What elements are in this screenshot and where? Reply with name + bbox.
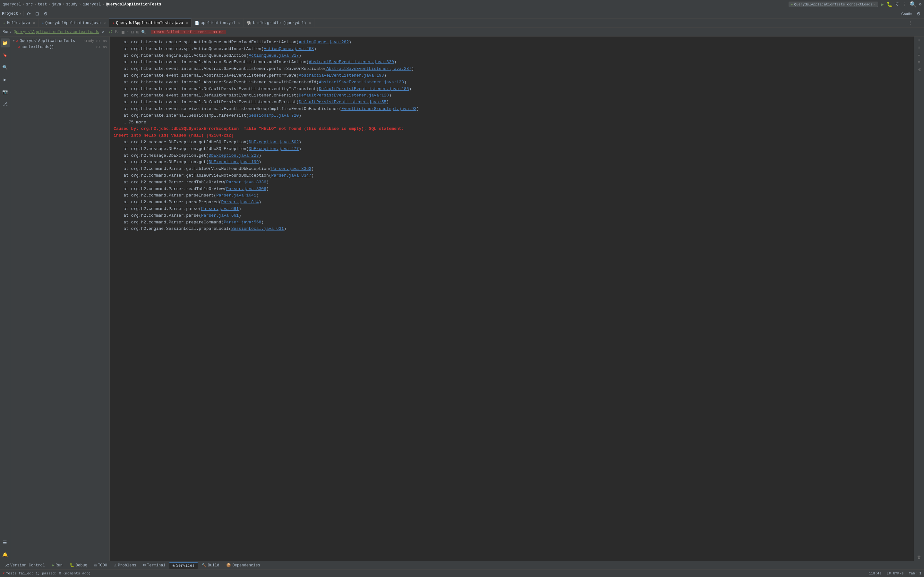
- notifications-icon[interactable]: 🔔: [1, 550, 10, 559]
- bottom-tab-services[interactable]: ◉ Services: [170, 562, 198, 569]
- test-suite-item[interactable]: ▼ ✗ QuerydslApplicationTests study 84 ms: [10, 38, 110, 44]
- stack-link[interactable]: Parser.java:8306: [226, 187, 266, 191]
- tab-querydsltest[interactable]: ✗ QuerydslApplicationTests.java ✕: [109, 19, 192, 27]
- run-config-link[interactable]: QuerydslApplicationTests.contextLoads: [14, 30, 99, 34]
- tab-close-app[interactable]: ✕: [103, 21, 105, 25]
- gradle-button[interactable]: Gradle: [899, 10, 914, 17]
- rerun-button[interactable]: ↺: [108, 28, 113, 35]
- stack-link[interactable]: DefaultPersistEventListener.java:185: [319, 87, 409, 91]
- collapse-button[interactable]: ⊟: [34, 10, 41, 17]
- run-config-icon: ▶: [791, 2, 793, 6]
- tab-close-test[interactable]: ✕: [186, 21, 188, 25]
- stack-link[interactable]: EventListenerGroupImpl.java:93: [341, 106, 417, 111]
- tab-close-hello[interactable]: ✕: [33, 21, 35, 25]
- sync-button[interactable]: ⟳: [25, 10, 32, 17]
- breadcrumb-item[interactable]: study: [66, 2, 78, 7]
- tab-more-icon[interactable]: ⋮: [908, 20, 913, 26]
- rerun-failed-button[interactable]: ↻: [114, 28, 120, 35]
- settings-toolbar-button[interactable]: ⚙: [42, 10, 49, 17]
- todo-tab-label: TODO: [98, 563, 107, 568]
- tab-close-yml[interactable]: ✕: [238, 21, 240, 25]
- breadcrumb-item[interactable]: java: [52, 2, 61, 7]
- stack-link[interactable]: SessionImpl.java:720: [249, 113, 299, 118]
- run-bar-close[interactable]: ✕: [102, 29, 104, 34]
- stack-link[interactable]: Parser.java:8363: [271, 166, 312, 171]
- stack-link[interactable]: ActionQueue.java:263: [264, 47, 314, 51]
- debug-button[interactable]: 🐛: [887, 1, 893, 8]
- bottom-tab-version-control[interactable]: ⎇ Version Control: [1, 562, 48, 569]
- sort-button[interactable]: ↕: [126, 29, 129, 35]
- stack-link[interactable]: Parser.java:568: [224, 220, 261, 225]
- run-sidebar-icon[interactable]: ▶: [1, 75, 10, 84]
- bottom-tab-run[interactable]: ▶ Run: [49, 562, 66, 569]
- stack-link[interactable]: ActionQueue.java:317: [249, 53, 299, 58]
- tab-gradle[interactable]: 🐘 build.gradle (querydsl) ✕: [244, 19, 315, 27]
- bottom-tab-terminal[interactable]: ⊡ Terminal: [140, 562, 169, 569]
- encoding-indicator[interactable]: LF UTF-8: [887, 572, 904, 575]
- bookmarks-icon[interactable]: 🔖: [1, 51, 10, 60]
- scroll-bottom-icon[interactable]: ⇓: [918, 45, 920, 50]
- project-dropdown-icon[interactable]: ▾: [19, 12, 21, 16]
- stack-link[interactable]: SessionLocal.java:631: [231, 226, 284, 231]
- stack-link[interactable]: DbException.java:223: [208, 153, 258, 158]
- print-icon[interactable]: 🖨: [917, 67, 921, 72]
- stack-link[interactable]: AbstractSaveEventListener.java:123: [319, 80, 404, 85]
- breadcrumb-item[interactable]: querydsl: [82, 2, 101, 7]
- dependencies-tab-icon: 📦: [226, 563, 231, 568]
- expand-button[interactable]: ⊞: [136, 29, 140, 35]
- tab-label: QuerydslApplication.java: [45, 21, 101, 25]
- stack-link[interactable]: Parser.java:8336: [226, 180, 266, 185]
- delete-icon[interactable]: 🗑: [917, 555, 921, 560]
- bottom-tab-problems[interactable]: ⚠ Problems: [111, 562, 140, 569]
- bottom-tab-todo[interactable]: ☑ TODO: [91, 562, 110, 569]
- stack-link[interactable]: Parser.java:814: [221, 200, 258, 205]
- stack-link[interactable]: Parser.java:691: [201, 206, 239, 211]
- camera-icon[interactable]: 📷: [1, 87, 10, 96]
- position-indicator[interactable]: 119:48: [869, 572, 882, 575]
- bottom-tab-debug[interactable]: 🐛 Debug: [66, 562, 90, 569]
- tab-hello[interactable]: ☕ Hello.java ✕: [0, 19, 39, 27]
- test-method-item[interactable]: ✗ contextLoads() 84 ms: [10, 44, 110, 50]
- settings-icon[interactable]: ⚙: [919, 2, 921, 7]
- tab-querydslapp[interactable]: ☕ QuerydslApplication.java ✕: [39, 19, 109, 27]
- tab-close-gradle[interactable]: ✕: [309, 21, 311, 25]
- terminal-tab-label: Terminal: [147, 563, 166, 568]
- scroll-top-icon[interactable]: ⇑: [918, 38, 920, 43]
- stack-link[interactable]: Parser.java:8347: [271, 173, 312, 178]
- search-icon[interactable]: 🔍: [1, 63, 10, 72]
- stack-link[interactable]: Parser.java:1641: [216, 193, 256, 198]
- stack-link[interactable]: DefaultPersistEventListener.java:55: [299, 100, 386, 105]
- stack-link[interactable]: DbException.java:477: [249, 147, 299, 151]
- stack-link[interactable]: AbstractSaveEventListener.java:287: [326, 66, 411, 71]
- run-config[interactable]: ▶ QuerydslApplicationTests.contextLoads …: [788, 2, 879, 7]
- stack-link[interactable]: DbException.java:502: [249, 140, 299, 145]
- tab-appyml[interactable]: 📄 application.yml ✕: [192, 19, 244, 27]
- search-everywhere-icon[interactable]: 🔍: [909, 1, 917, 8]
- run-button[interactable]: ▶: [881, 1, 884, 8]
- coverage-button[interactable]: 🛡: [895, 2, 900, 7]
- stack-link[interactable]: ActionQueue.java:282: [299, 40, 349, 45]
- collapse-all-icon[interactable]: ⊟: [918, 53, 920, 57]
- breadcrumb-item[interactable]: test: [38, 2, 47, 7]
- toolbar-settings2[interactable]: ⚙: [915, 10, 922, 17]
- bottom-tab-build[interactable]: 🔨 Build: [198, 562, 222, 569]
- git-sidebar-icon[interactable]: ⎇: [1, 99, 10, 108]
- search-test-button[interactable]: 🔍: [141, 29, 147, 35]
- bottom-tab-dependencies[interactable]: 📦 Dependencies: [223, 562, 263, 569]
- suite-name: QuerydslApplicationTests: [19, 39, 75, 43]
- stack-link[interactable]: DbException.java:199: [208, 160, 258, 164]
- stack-link[interactable]: Parser.java:661: [201, 213, 239, 218]
- project-tree-icon[interactable]: 📁: [1, 39, 10, 47]
- filter-button[interactable]: ⊟: [130, 29, 135, 35]
- stack-link[interactable]: DefaultPersistEventListener.java:128: [299, 93, 389, 98]
- indent-indicator[interactable]: Tab: 1: [909, 572, 921, 575]
- expand-all-icon[interactable]: ⊞: [918, 60, 920, 65]
- stop-button[interactable]: ⏹: [120, 29, 126, 35]
- run-config-arrow: ▾: [874, 2, 876, 6]
- more-button[interactable]: ⋮: [903, 2, 907, 7]
- stack-link[interactable]: AbstractSaveEventListener.java:193: [299, 73, 384, 78]
- structure-icon[interactable]: ☰: [1, 538, 10, 547]
- stack-link[interactable]: AbstractSaveEventListener.java:330: [309, 60, 394, 64]
- breadcrumb-item[interactable]: src: [26, 2, 33, 7]
- breadcrumb-item[interactable]: querydsl: [3, 2, 21, 7]
